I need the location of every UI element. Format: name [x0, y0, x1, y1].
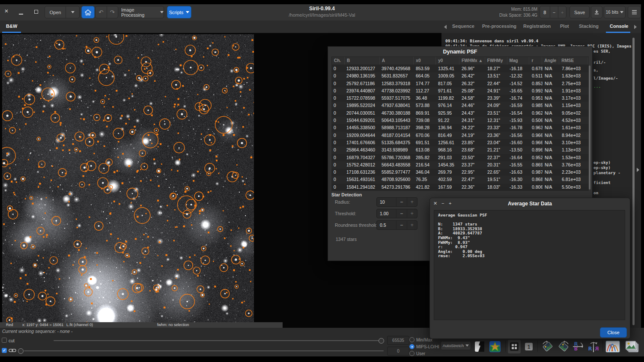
radius-decrement-button[interactable]: − — [396, 198, 406, 206]
image-processing-menu-button[interactable]: Image Processing — [121, 6, 164, 18]
save-as-button[interactable] — [591, 6, 602, 18]
psf-cell: 869.91 — [414, 110, 436, 117]
lo-slider-track[interactable] — [24, 350, 384, 351]
psf-cell: 48708.925600 — [379, 176, 414, 183]
tab-plot[interactable]: Plot — [560, 24, 569, 29]
save-button[interactable]: Save — [569, 6, 590, 18]
psf-row[interactable]: 012933.20012739740.429568853.591325.4126… — [331, 65, 589, 72]
minmax-radio[interactable] — [409, 337, 414, 342]
psf-row[interactable]: 017401.67660651335.684375691.511256.6123… — [331, 139, 589, 146]
redo-button[interactable]: ↷ — [107, 6, 118, 18]
grid-view-button[interactable] — [508, 340, 521, 353]
psf-column-header[interactable]: FWHMy — [485, 57, 507, 65]
threshold-value[interactable]: 1.00 — [377, 209, 396, 218]
psf-row[interactable]: 015752.42801256643.483558216.541454.3523… — [331, 161, 589, 169]
roundness-decrement-button[interactable]: − — [396, 221, 406, 229]
bit-depth-dropdown[interactable]: 16 bits — [604, 6, 626, 18]
radius-value[interactable]: 10 — [377, 198, 396, 206]
hi-slider-track[interactable] — [54, 340, 383, 341]
psf-column-header[interactable]: A — [380, 57, 414, 65]
negative-view-button[interactable] — [473, 340, 486, 353]
mirror-horizontal-button[interactable]: R R — [586, 340, 601, 353]
psf-row[interactable]: 017108.63123655852.977477346.04269.7922.… — [331, 169, 589, 176]
maximize-window-icon[interactable] — [34, 10, 38, 14]
tab-registration[interactable]: Registration — [523, 24, 551, 29]
chevron-down-icon — [71, 11, 75, 13]
threshold-increment-button[interactable]: + — [407, 209, 417, 218]
lo-slider-handle[interactable] — [18, 348, 24, 354]
console-scrollbar[interactable] — [632, 38, 635, 325]
scripts-menu-button[interactable]: Scripts — [167, 6, 191, 18]
psf-column-header[interactable]: RMSE — [559, 57, 588, 65]
psf-cell: 9.05e+02 — [560, 110, 589, 117]
rotate-left-button[interactable] — [540, 340, 555, 353]
user-radio[interactable] — [409, 351, 414, 356]
psf-table-scrollbar[interactable] — [589, 65, 590, 190]
psf-cell: 112.27 — [414, 87, 436, 95]
psf-row[interactable]: 015722.07859855937.51707536.481199.8224.… — [331, 95, 589, 102]
psf-cell: 15631.493161 — [344, 176, 379, 183]
psf-row[interactable]: 015044.63920150643.105443739.0891.2224.3… — [331, 117, 589, 124]
psf-column-header[interactable]: x0 — [414, 57, 436, 65]
psf-row[interactable]: 016879.70432755786.720368285.82291.0323.… — [331, 154, 589, 161]
threads-value[interactable]: 8 — [540, 6, 550, 18]
undo-button[interactable]: ↶ — [95, 6, 107, 18]
psf-row[interactable]: 023974.44080747738.023992112.27971.6125.… — [331, 87, 589, 95]
star-detection-button[interactable] — [489, 340, 501, 353]
psf-cell: 36.48 — [414, 95, 436, 102]
panel-expand-arrow-icon[interactable] — [637, 168, 639, 172]
rotate-right-button[interactable] — [556, 340, 571, 353]
threshold-decrement-button[interactable]: − — [396, 209, 406, 218]
close-window-icon[interactable]: ✕ — [4, 9, 9, 14]
tabs-scroll-left-icon[interactable] — [444, 25, 447, 29]
mips-lohi-radio[interactable] — [409, 344, 414, 349]
open-button[interactable]: Open — [45, 6, 66, 18]
autostretch-dropdown[interactable]: AutoStretch — [441, 341, 471, 350]
threads-decrement-button[interactable]: − — [550, 6, 558, 18]
psf-column-header[interactable]: y0 — [436, 57, 459, 65]
roundness-value[interactable]: 0.5 — [377, 221, 396, 229]
roundness-increment-button[interactable]: + — [407, 221, 417, 229]
close-button[interactable]: Close — [600, 327, 627, 338]
psf-row[interactable]: 015631.49316148708.92560076.35402.5922.4… — [331, 176, 589, 183]
psf-row[interactable]: 019209.00464448187.014154670.06816.4924.… — [331, 132, 589, 139]
average-psf-report: Average Gaussian PSF N: 1347 stars B: 18… — [434, 210, 625, 320]
psf-cell: 0 — [331, 87, 344, 95]
psf-row[interactable]: 024980.1361955631.832657664.051009.0526.… — [331, 72, 589, 80]
open-recent-dropdown[interactable] — [66, 6, 79, 18]
single-frame-button[interactable]: 1 — [523, 340, 534, 353]
tab-stacking[interactable]: Stacking — [579, 24, 599, 29]
psf-row[interactable]: 025792.67118612583.379318174.77817.0526.… — [331, 80, 589, 87]
psf-column-header[interactable]: Mag — [507, 57, 530, 65]
psf-column-header[interactable]: FWHMx ▲ — [459, 57, 485, 65]
psf-row[interactable]: 014455.33850058988.713187398.28136.9424.… — [331, 124, 589, 131]
tab-sequence[interactable]: Sequence — [452, 24, 474, 29]
tab-preprocessing[interactable]: Pre-processing — [482, 24, 516, 29]
psf-row[interactable]: 025864.4634603143.938989613.08968.1623.6… — [331, 146, 589, 154]
tabs-scroll-right-icon[interactable] — [634, 25, 637, 29]
radius-increment-button[interactable]: + — [407, 198, 417, 206]
hamburger-menu-button[interactable] — [628, 6, 641, 18]
psf-column-header[interactable]: Angle — [542, 57, 559, 65]
star-field-image[interactable] — [2, 34, 254, 322]
psf-row[interactable]: 019895.52202447937.638041573.88976.1424.… — [331, 102, 589, 109]
image-stack-button[interactable] — [623, 340, 641, 353]
home-button[interactable] — [81, 6, 95, 18]
psf-column-header[interactable]: Ch. — [332, 57, 345, 65]
tab-bw[interactable]: B&W — [6, 24, 17, 29]
tab-console[interactable]: Console — [610, 24, 628, 29]
link-sliders-checkbox[interactable]: ✓ — [2, 348, 7, 353]
psf-column-header[interactable]: r — [529, 57, 542, 65]
cut-checkbox[interactable] — [2, 338, 7, 343]
psf-row[interactable]: 020744.03005146730.380188869.91925.9524.… — [331, 110, 589, 117]
lo-value-entry[interactable]: 0 — [387, 347, 409, 356]
histogram-button[interactable] — [605, 340, 621, 353]
hi-value-entry[interactable]: 65535 — [387, 336, 409, 345]
mirror-vertical-button[interactable]: R R — [571, 340, 586, 353]
download-icon — [594, 9, 599, 15]
psf-row[interactable]: 015841.29418254273.291786421.82167.5922.… — [331, 184, 589, 191]
hi-slider-handle[interactable] — [379, 338, 384, 344]
minimize-window-icon[interactable] — [19, 10, 23, 15]
threads-increment-button[interactable]: + — [558, 6, 566, 18]
psf-column-header[interactable]: B — [345, 57, 380, 65]
